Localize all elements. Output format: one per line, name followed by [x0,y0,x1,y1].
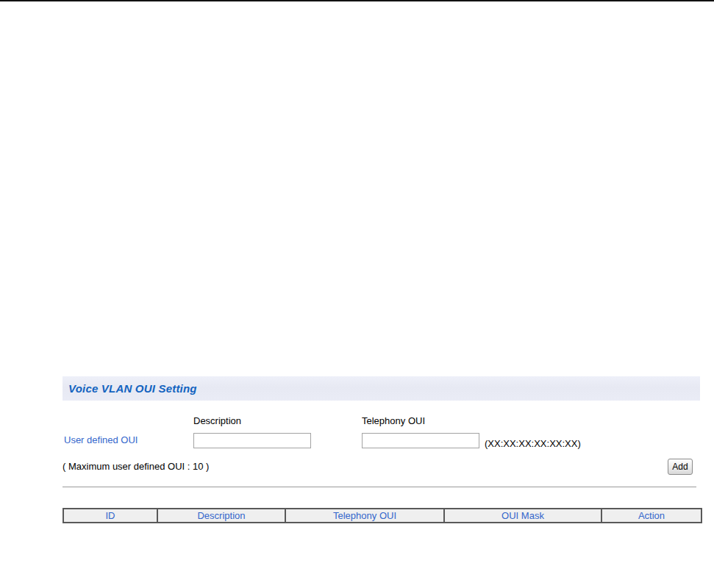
oui-format-hint: (XX:XX:XX:XX:XX:XX) [485,438,581,449]
page-title: Voice VLAN OUI Setting [68,382,197,395]
telephony-oui-input[interactable] [362,433,479,448]
description-column-label: Description [193,415,241,426]
telephony-oui-column-label: Telephony OUI [362,415,425,426]
column-header-oui-mask: OUI Mask [444,509,601,523]
column-header-telephony-oui: Telephony OUI [285,509,444,523]
oui-table: ID Description Telephony OUI OUI Mask Ac… [63,508,702,523]
section-divider [63,487,696,487]
max-oui-note: ( Maximum user defined OUI : 10 ) [63,461,209,472]
column-header-action: Action [601,509,701,523]
user-defined-oui-label: User defined OUI [64,434,138,445]
voice-vlan-oui-setting-page: Voice VLAN OUI Setting Description Telep… [0,0,714,588]
description-input[interactable] [193,433,311,448]
column-header-description: Description [157,509,285,523]
column-header-id: ID [63,509,157,523]
top-border-line [0,0,714,1]
table-header-row: ID Description Telephony OUI OUI Mask Ac… [63,509,701,523]
add-button[interactable]: Add [668,459,693,475]
section-title-bar: Voice VLAN OUI Setting [63,376,700,401]
